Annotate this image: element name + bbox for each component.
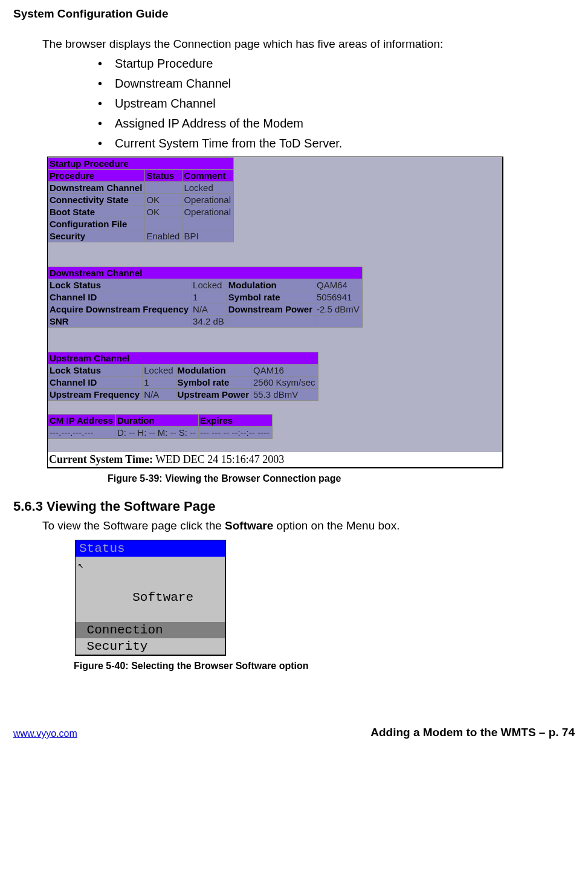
connection-diagram: Startup Procedure Procedure Status Comme… (47, 157, 503, 468)
section-body: To view the Software page click the Soft… (42, 519, 575, 532)
cell: N/A (192, 303, 227, 316)
col-comment: Comment (183, 170, 234, 182)
cell: Configuration File (48, 218, 145, 230)
system-time-label: Current System Time: (49, 453, 153, 465)
intro-text: The browser displays the Connection page… (42, 37, 575, 51)
page-header: System Configuration Guide (13, 7, 575, 21)
cell: Operational (183, 206, 234, 218)
upstream-table: Upstream Channel Lock StatusLockedModula… (48, 352, 318, 401)
cell: Locked (183, 182, 234, 194)
footer-page: Adding a Modem to the WMTS – p. 74 (370, 726, 575, 739)
system-time: Current System Time: WED DEC 24 15:16:47… (48, 452, 502, 467)
col-ip: CM IP Address (48, 415, 116, 427)
cell (315, 316, 363, 328)
bullet-item: Startup Procedure (115, 57, 213, 70)
cell: Locked (143, 364, 176, 377)
cell: Connectivity State (48, 194, 145, 206)
cell: Downstream Channel (48, 182, 145, 194)
cell: SNR (48, 316, 192, 328)
bullet-icon: • (98, 97, 115, 111)
menu-box: Status ↖ Software Connection Security (75, 540, 226, 656)
menu-label-software: Software (125, 591, 193, 604)
upstream-title: Upstream Channel (48, 352, 318, 364)
cell: Channel ID (48, 377, 143, 389)
cell: QAM16 (251, 364, 318, 377)
cell (227, 316, 315, 328)
bullet-item: Current System Time from the ToD Server. (115, 137, 342, 150)
startup-table: Startup Procedure Procedure Status Comme… (48, 157, 234, 242)
system-time-value: WED DEC 24 15:16:47 2003 (153, 453, 284, 465)
bullet-item: Assigned IP Address of the Modem (115, 117, 303, 130)
col-duration: Duration (116, 415, 199, 427)
cell: BPI (183, 230, 234, 242)
downstream-title: Downstream Channel (48, 267, 363, 279)
bullet-list: •Startup Procedure •Downstream Channel •… (98, 57, 575, 150)
cell: Security (48, 230, 145, 242)
footer-link[interactable]: www.vyyo.com (13, 728, 77, 739)
section-number: 5.6.3 (13, 499, 47, 514)
section-title: Viewing the Software Page (47, 499, 216, 514)
section-heading: 5.6.3 Viewing the Software Page (13, 499, 575, 514)
cell: Upstream Power (176, 389, 251, 401)
menu-item-software[interactable]: ↖ Software (76, 557, 225, 622)
menu-item-security[interactable]: Security (76, 638, 225, 655)
cell: Channel ID (48, 291, 192, 303)
cell: QAM64 (315, 279, 363, 291)
bullet-icon: • (98, 137, 115, 150)
cell: Modulation (176, 364, 251, 377)
cell: OK (145, 206, 183, 218)
menu-item-connection[interactable]: Connection (76, 622, 225, 638)
col-procedure: Procedure (48, 170, 145, 182)
figure-caption-39: Figure 5-39: Viewing the Browser Connect… (108, 473, 575, 484)
cell: Downstream Power (227, 303, 315, 316)
cell: Upstream Frequency (48, 389, 143, 401)
cell: 1 (143, 377, 176, 389)
cell: -2.5 dBmV (315, 303, 363, 316)
cell: Operational (183, 194, 234, 206)
col-expires: Expires (199, 415, 273, 427)
cell: Modulation (227, 279, 315, 291)
cell: OK (145, 194, 183, 206)
cell: 1 (192, 291, 227, 303)
cell: ---.---.---.--- (48, 427, 116, 439)
cell (183, 218, 234, 230)
bullet-item: Upstream Channel (115, 97, 216, 110)
cell: 2560 Ksym/sec (251, 377, 318, 389)
cell: 55.3 dBmV (251, 389, 318, 401)
cursor-icon: ↖ (78, 558, 84, 574)
body-post: option on the Menu box. (273, 519, 399, 532)
body-bold: Software (225, 519, 273, 532)
cell: 34.2 dB (192, 316, 227, 328)
cell: N/A (143, 389, 176, 401)
cell: D: -- H: -- M: -- S: -- (116, 427, 199, 439)
bullet-item: Downstream Channel (115, 77, 231, 90)
cell: Acquire Downstream Frequency (48, 303, 192, 316)
cell: Enabled (145, 230, 183, 242)
cell: Symbol rate (176, 377, 251, 389)
downstream-table: Downstream Channel Lock StatusLockedModu… (48, 267, 363, 328)
bullet-icon: • (98, 57, 115, 71)
cell: Lock Status (48, 279, 192, 291)
body-pre: To view the Software page click the (42, 519, 225, 532)
figure-caption-40: Figure 5-40: Selecting the Browser Softw… (74, 661, 575, 672)
startup-title: Startup Procedure (48, 158, 234, 170)
cell: --- --- -- --:--:-- ---- (199, 427, 273, 439)
page-footer: www.vyyo.com Adding a Modem to the WMTS … (0, 726, 588, 744)
cell: Locked (192, 279, 227, 291)
cell: Lock Status (48, 364, 143, 377)
cell: 5056941 (315, 291, 363, 303)
cell (145, 218, 183, 230)
ip-table: CM IP Address Duration Expires ---.---.-… (48, 414, 273, 439)
bullet-icon: • (98, 117, 115, 131)
cell: Boot State (48, 206, 145, 218)
bullet-icon: • (98, 77, 115, 91)
cell (145, 182, 183, 194)
menu-item-status[interactable]: Status (76, 540, 225, 557)
cell: Symbol rate (227, 291, 315, 303)
col-status: Status (145, 170, 183, 182)
